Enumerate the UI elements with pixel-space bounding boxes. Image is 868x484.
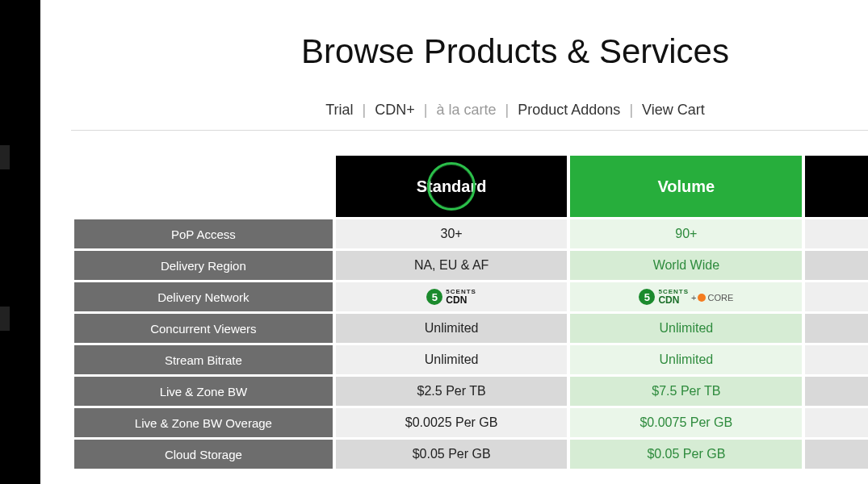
five-cents-cdn-logo: 55CENTSCDN: [426, 289, 476, 305]
cell-standard: 30+: [336, 219, 568, 248]
table-row: Concurrent ViewersUnlimitedUnlimitedUn: [74, 314, 868, 343]
cell-pro: $10: [805, 377, 868, 406]
cell-standard: Unlimited: [336, 314, 568, 343]
cell-standard: Unlimited: [336, 345, 568, 374]
logo-five-icon: 5: [639, 289, 655, 305]
table-row: Live & Zone BW$2.5 Per TB$7.5 Per TB$10: [74, 377, 868, 406]
tab-separator: |: [624, 102, 638, 118]
sidebar-notch-top: [0, 145, 10, 169]
cell-pro: $0.01: [805, 408, 868, 437]
tab-view-cart[interactable]: View Cart: [642, 102, 705, 118]
five-cents-cdn-logo: 55CENTSCDN: [639, 289, 689, 305]
product-tabs: Trial | CDN+ | à la carte | Product Addo…: [71, 102, 868, 131]
feature-name: Stream Bitrate: [74, 345, 333, 374]
tab-cdn-plus[interactable]: CDN+: [375, 102, 415, 118]
tab-separator: |: [501, 102, 514, 118]
plan-header-standard[interactable]: Standard: [336, 156, 568, 217]
left-sidebar: [0, 0, 40, 484]
cell-volume: 90+: [570, 219, 802, 248]
cell-pro: Wo: [805, 251, 868, 280]
table-row: Delivery Network55CENTSCDN55CENTSCDN+COR…: [74, 282, 868, 311]
table-row: Live & Zone BW Overage$0.0025 Per GB$0.0…: [74, 408, 868, 437]
feature-name: PoP Access: [74, 219, 333, 248]
cell-pro: Un: [805, 314, 868, 343]
table-row: Stream BitrateUnlimitedUnlimitedUn: [74, 345, 868, 374]
page-title: Browse Products & Services: [71, 32, 868, 71]
plan-header-pro[interactable]: Pro: [805, 156, 868, 217]
cell-pro: $0.0: [805, 440, 868, 469]
plan-volume-label: Volume: [657, 177, 715, 195]
tab-a-la-carte[interactable]: à la carte: [437, 102, 497, 118]
plan-header-volume[interactable]: Volume: [570, 156, 802, 217]
cell-volume: Unlimited: [570, 314, 802, 343]
pricing-table: Standard Volume Pro PoP Access30+90+Deli…: [71, 153, 868, 471]
logo-plus-core: +CORE: [691, 293, 733, 302]
cell-volume: $0.0075 Per GB: [570, 408, 802, 437]
logo-five-icon: 5: [426, 289, 442, 305]
tab-trial[interactable]: Trial: [325, 102, 353, 118]
cell-volume: 55CENTSCDN+CORE: [570, 282, 802, 311]
cell-volume: $0.05 Per GB: [570, 440, 802, 469]
cell-standard: $2.5 Per TB: [336, 377, 568, 406]
cell-standard: 55CENTSCDN: [336, 282, 568, 311]
feature-name: Concurrent Viewers: [74, 314, 333, 343]
cell-volume: Unlimited: [570, 345, 802, 374]
core-dot-icon: [698, 294, 706, 302]
cell-pro: Un: [805, 345, 868, 374]
highlight-ring-icon: [427, 162, 476, 211]
plan-header-row: Standard Volume Pro: [74, 156, 868, 217]
feature-name: Delivery Network: [74, 282, 333, 311]
cell-standard: $0.0025 Per GB: [336, 408, 568, 437]
cell-volume: $7.5 Per TB: [570, 377, 802, 406]
plan-header-blank: [74, 156, 333, 217]
feature-name: Live & Zone BW: [74, 377, 333, 406]
tab-product-addons[interactable]: Product Addons: [518, 102, 620, 118]
feature-name: Cloud Storage: [74, 440, 333, 469]
main-content: Browse Products & Services Trial | CDN+ …: [40, 0, 868, 484]
cell-standard: NA, EU & AF: [336, 251, 568, 280]
feature-name: Live & Zone BW Overage: [74, 408, 333, 437]
table-row: Cloud Storage$0.05 Per GB$0.05 Per GB$0.…: [74, 440, 868, 469]
table-row: PoP Access30+90+: [74, 219, 868, 248]
sidebar-notch-bottom: [0, 307, 10, 331]
cell-pro: [805, 282, 868, 311]
cell-pro: [805, 219, 868, 248]
cell-standard: $0.05 Per GB: [336, 440, 568, 469]
table-row: Delivery RegionNA, EU & AFWorld WideWo: [74, 251, 868, 280]
tab-separator: |: [358, 102, 371, 118]
feature-name: Delivery Region: [74, 251, 333, 280]
tab-separator: |: [419, 102, 433, 118]
cell-volume: World Wide: [570, 251, 802, 280]
